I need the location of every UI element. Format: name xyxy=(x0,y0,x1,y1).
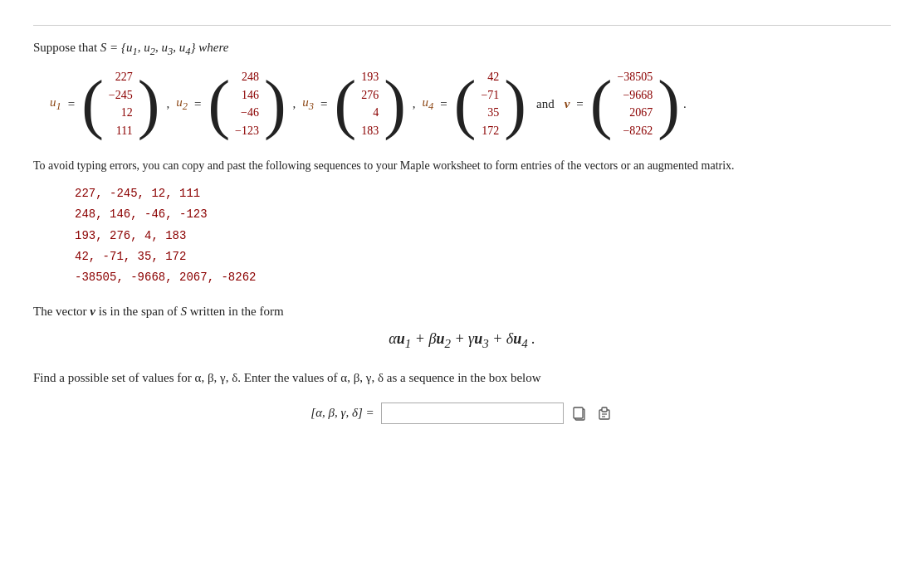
copy-icon[interactable] xyxy=(570,404,589,422)
top-border xyxy=(33,25,891,26)
u1-equals: = xyxy=(68,97,75,111)
u3-label: u3 xyxy=(302,95,314,113)
suppose-statement: Suppose that S = {u1, u2, u3, u4} where xyxy=(33,41,891,58)
comma2: , xyxy=(293,97,296,111)
s-italic-label: S xyxy=(180,305,189,318)
u1-matrix: ( 227 −245 12 111 ) xyxy=(81,66,159,142)
written-in-form-text: written in the form xyxy=(190,305,284,318)
u2-label: u2 xyxy=(176,95,188,113)
formula: αu1 + βu2 + γu3 + δu4 . xyxy=(389,330,535,347)
u4-label: u4 xyxy=(423,95,434,113)
u2-equals: = xyxy=(194,97,201,111)
v-bold-label: v xyxy=(90,305,98,318)
u4-equals: = xyxy=(440,97,447,111)
u3-matrix: ( 193 276 4 183 ) xyxy=(335,66,406,142)
svg-rect-3 xyxy=(602,407,607,412)
v-label: v xyxy=(565,97,570,111)
find-statement: Find a possible set of values for α, β, … xyxy=(33,368,891,388)
u4-matrix: ( 42 −71 35 172 ) xyxy=(454,66,526,142)
paste-icon[interactable] xyxy=(595,404,614,422)
u2-matrix: ( 248 146 −46 −123 ) xyxy=(208,66,286,142)
u1-label: u1 xyxy=(50,95,61,113)
span-statement: The vector v is in the span of S written… xyxy=(33,305,891,319)
answer-input[interactable] xyxy=(381,403,564,424)
bracket-label: [α, β, γ, δ] = xyxy=(310,406,374,420)
description-text: To avoid typing errors, you can copy and… xyxy=(33,159,735,172)
is-in-span-text: is in the span of xyxy=(99,305,178,318)
the-vector-text: The vector xyxy=(33,305,87,318)
comma1: , xyxy=(166,97,169,111)
seq-1: 227, -245, 12, 111 xyxy=(75,183,891,204)
final-period: . xyxy=(683,97,687,111)
description-block: To avoid typing errors, you can copy and… xyxy=(33,157,891,175)
code-sequences: 227, -245, 12, 111 248, 146, -46, -123 1… xyxy=(75,183,891,288)
s-variable: S = {u1, u2, u3, u4} where xyxy=(100,41,228,54)
seq-4: 42, -71, 35, 172 xyxy=(75,246,891,267)
input-row: [α, β, γ, δ] = xyxy=(33,403,891,424)
v-equals: = xyxy=(576,97,583,111)
svg-rect-1 xyxy=(574,407,583,418)
suppose-text: Suppose that xyxy=(33,41,97,54)
seq-5: -38505, -9668, 2067, -8262 xyxy=(75,267,891,288)
and-text: and xyxy=(536,97,555,111)
vectors-row: u1 = ( 227 −245 12 111 ) , u2 = ( 248 14… xyxy=(50,66,891,142)
u3-equals: = xyxy=(320,97,327,111)
v-matrix: ( −38505 −9668 2067 −8262 ) xyxy=(590,66,680,142)
comma3: , xyxy=(413,97,416,111)
find-text: Find a possible set of values for α, β, … xyxy=(33,371,541,384)
seq-2: 248, 146, -46, -123 xyxy=(75,204,891,225)
formula-display: αu1 + βu2 + γu3 + δu4 . xyxy=(33,330,891,351)
seq-3: 193, 276, 4, 183 xyxy=(75,226,891,246)
